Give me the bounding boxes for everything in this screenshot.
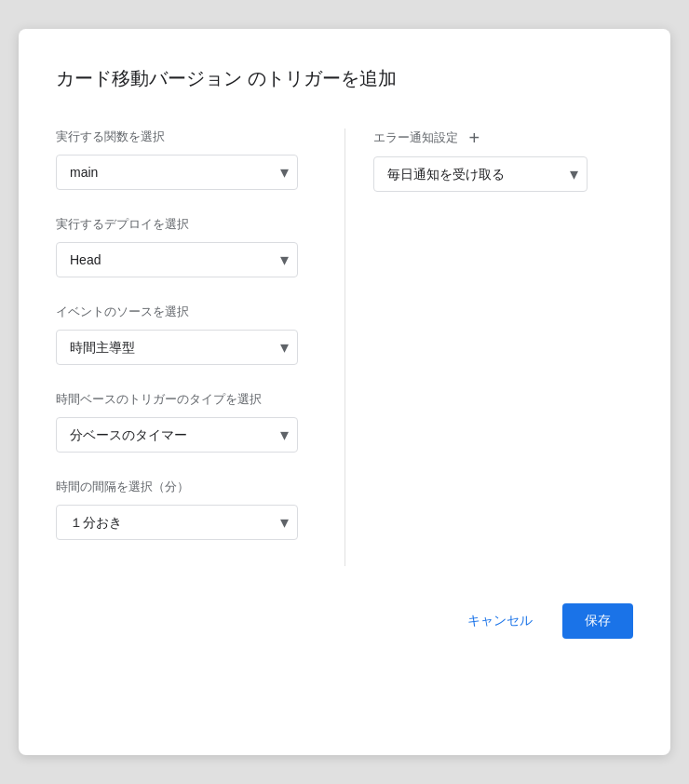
event-source-select[interactable]: 時間主導型 (56, 330, 298, 365)
interval-select-wrapper: １分おき ▾ (56, 505, 298, 540)
dialog-body: 実行する関数を選択 main ▾ 実行するデプロイを選択 Head ▾ (56, 128, 633, 566)
deploy-field-group: 実行するデプロイを選択 Head ▾ (56, 216, 317, 277)
save-button[interactable]: 保存 (562, 603, 633, 639)
interval-field-group: 時間の間隔を選択（分） １分おき ▾ (56, 479, 317, 540)
notify-select-wrapper: 毎日通知を受け取る ▾ (373, 156, 588, 192)
trigger-type-select[interactable]: 分ベースのタイマー (56, 417, 298, 453)
right-panel: エラー通知設定 + 毎日通知を受け取る ▾ (345, 128, 634, 566)
dialog-footer: キャンセル 保存 (56, 603, 633, 639)
dialog-title: カード移動バージョン のトリガーを追加 (56, 66, 633, 91)
error-notify-label: エラー通知設定 (373, 129, 458, 146)
function-field-group: 実行する関数を選択 main ▾ (56, 128, 317, 190)
interval-label: 時間の間隔を選択（分） (56, 479, 317, 495)
trigger-type-select-wrapper: 分ベースのタイマー ▾ (56, 417, 298, 453)
deploy-select-wrapper: Head ▾ (56, 242, 298, 277)
add-notification-button[interactable]: + (469, 128, 480, 147)
deploy-select[interactable]: Head (56, 242, 298, 277)
function-select-wrapper: main ▾ (56, 155, 298, 190)
function-select[interactable]: main (56, 155, 298, 190)
left-panel: 実行する関数を選択 main ▾ 実行するデプロイを選択 Head ▾ (56, 128, 345, 566)
dialog: カード移動バージョン のトリガーを追加 実行する関数を選択 main ▾ 実行す… (19, 29, 670, 755)
cancel-button[interactable]: キャンセル (453, 605, 547, 637)
function-label: 実行する関数を選択 (56, 128, 317, 145)
event-source-label: イベントのソースを選択 (56, 304, 317, 320)
deploy-label: 実行するデプロイを選択 (56, 216, 317, 233)
event-source-select-wrapper: 時間主導型 ▾ (56, 330, 298, 365)
trigger-type-field-group: 時間ベースのトリガーのタイプを選択 分ベースのタイマー ▾ (56, 391, 317, 453)
notify-select[interactable]: 毎日通知を受け取る (373, 156, 588, 192)
event-source-field-group: イベントのソースを選択 時間主導型 ▾ (56, 304, 317, 365)
error-notify-header: エラー通知設定 + (373, 128, 634, 147)
trigger-type-label: 時間ベースのトリガーのタイプを選択 (56, 391, 317, 408)
interval-select[interactable]: １分おき (56, 505, 298, 540)
